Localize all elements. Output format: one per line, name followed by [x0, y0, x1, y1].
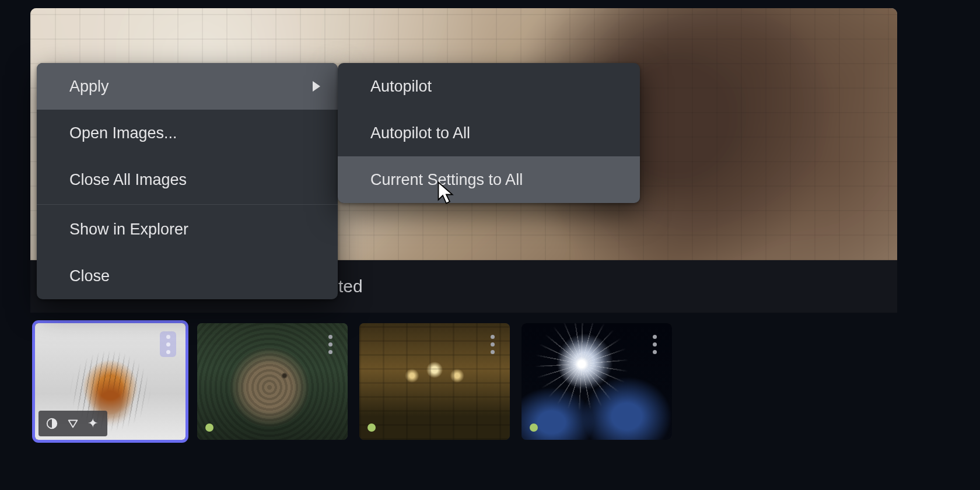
status-dot-icon [205, 424, 214, 432]
menu-item-label: Autopilot [370, 78, 432, 96]
menu-item-label: Apply [69, 78, 109, 96]
menu-item-label: Close [69, 267, 110, 285]
thumbnail-badges: ✦ [38, 411, 107, 436]
menu-item-apply[interactable]: Apply [37, 63, 338, 110]
thumbnail-menu-button[interactable] [646, 331, 663, 357]
menu-item-label: Close All Images [69, 171, 187, 189]
thumbnail-menu-button[interactable] [484, 331, 501, 357]
thumbnail-4[interactable] [522, 323, 672, 440]
menu-item-open-images[interactable]: Open Images... [37, 110, 338, 156]
thumbnail-2[interactable] [197, 323, 348, 440]
chevron-right-icon [313, 81, 320, 92]
menu-item-label: Autopilot to All [370, 124, 470, 142]
thumbnail-menu-button[interactable] [322, 331, 338, 357]
menu-item-show-in-explorer[interactable]: Show in Explorer [37, 206, 338, 253]
menu-item-label: Open Images... [69, 124, 177, 142]
submenu-item-autopilot-to-all[interactable]: Autopilot to All [338, 110, 640, 156]
menu-item-label: Current Settings to All [370, 171, 523, 189]
context-menu: Apply Open Images... Close All Images Sh… [37, 63, 338, 299]
status-text: ted [338, 276, 363, 296]
status-dot-icon [368, 424, 376, 432]
thumbnail-1[interactable]: ✦ [35, 323, 186, 440]
submenu-item-current-settings-to-all[interactable]: Current Settings to All [338, 156, 640, 203]
thumbnail-menu-button[interactable] [160, 331, 176, 357]
status-dot-icon [530, 424, 538, 432]
filmstrip: ✦ [35, 323, 897, 446]
menu-separator [37, 204, 338, 205]
menu-item-close[interactable]: Close [37, 253, 338, 299]
triangle-down-icon [66, 417, 79, 430]
menu-item-label: Show in Explorer [69, 220, 188, 239]
submenu-item-autopilot[interactable]: Autopilot [338, 63, 640, 110]
context-submenu-apply: Autopilot Autopilot to All Current Setti… [338, 63, 640, 203]
sparkle-icon: ✦ [88, 417, 100, 430]
circle-half-icon [46, 417, 58, 430]
menu-item-close-all-images[interactable]: Close All Images [37, 156, 338, 203]
thumbnail-3[interactable] [359, 323, 510, 440]
